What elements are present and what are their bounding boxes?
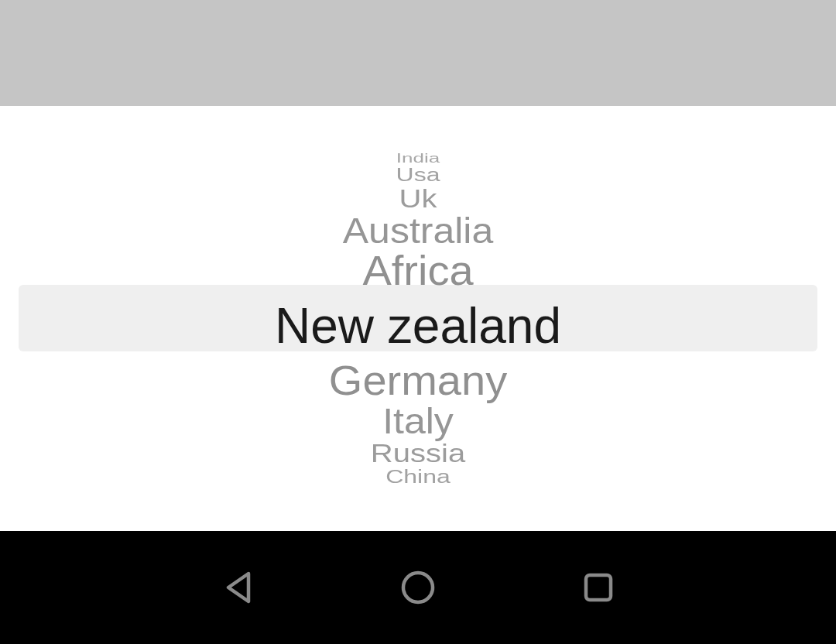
picker-item[interactable]: Italy <box>0 403 836 437</box>
picker-area: India Usa Uk Australia Africa New zealan… <box>0 106 836 531</box>
back-icon <box>222 570 253 605</box>
picker-item[interactable]: Germany <box>0 359 836 401</box>
picker-item[interactable]: Uk <box>0 187 836 210</box>
status-bar <box>0 0 836 106</box>
picker-item[interactable]: China <box>0 469 836 484</box>
back-button[interactable] <box>216 566 259 609</box>
navigation-bar <box>0 531 836 644</box>
picker-item[interactable]: Russia <box>0 442 836 464</box>
recent-icon <box>581 570 615 605</box>
svg-rect-1 <box>586 575 611 600</box>
picker-item[interactable]: Usa <box>0 167 836 182</box>
home-button[interactable] <box>396 566 440 609</box>
picker-item-selected[interactable]: New zealand <box>0 293 836 359</box>
svg-point-0 <box>403 573 433 602</box>
home-icon <box>399 569 437 606</box>
picker-item[interactable]: India <box>0 153 836 162</box>
wheel-items: India Usa Uk Australia Africa New zealan… <box>0 151 836 487</box>
recent-button[interactable] <box>577 566 620 609</box>
picker-item[interactable]: Australia <box>0 213 836 247</box>
picker-wheel[interactable]: India Usa Uk Australia Africa New zealan… <box>0 106 836 531</box>
picker-item[interactable]: Africa <box>0 249 836 291</box>
